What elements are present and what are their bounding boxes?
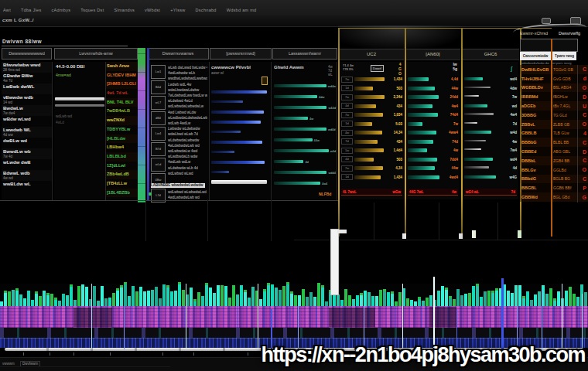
color-list-item[interactable]: wwZNXd — [106, 116, 138, 125]
waveform-spike — [344, 289, 347, 307]
tracker-line: 4wdLwbwdw wLb — [168, 70, 207, 76]
color-list-item[interactable]: [2HMB L2LGLI — [106, 80, 138, 89]
color-list-item[interactable]: GLYDEV IBHM — [106, 71, 138, 80]
green-status-dot — [149, 192, 152, 196]
minimize-icon[interactable] — [542, 18, 551, 24]
track-column-an60[interactable]: lw 5g 4,4d 44w 24dd 4w4 74d4 — [406, 62, 460, 199]
tracker-lines: wLwb dwLwwd bwLwdw 4wd4wdLwbwdw wLbwwdbw… — [168, 65, 207, 176]
waveform-spike — [93, 286, 96, 307]
list-item[interactable]: BdwwL wdb 4w wd — [2, 170, 52, 181]
bar-row: 7w 4,34 — [341, 164, 402, 173]
color-list-item[interactable]: BNL T4L BLV — [106, 98, 138, 107]
pattern-flag: D — [577, 94, 588, 100]
bar-row: 7w — [408, 120, 458, 129]
color-list-item[interactable]: 1Z[dLLwl — [106, 162, 138, 171]
list-item[interactable]: BwdwLw 7w dw4 — [2, 105, 52, 116]
list-item[interactable]: vBwwdw wdb 14 wd — [2, 94, 52, 105]
list-item[interactable]: LwBwb dwWL — [2, 83, 52, 94]
gold-bar — [354, 77, 385, 81]
list-item[interactable]: Lwwdwb WL 4d ww — [2, 127, 52, 138]
row-value: 7dd4 — [444, 158, 458, 162]
color-list-item[interactable]: ZBb4wLdB — [106, 170, 138, 179]
waveform-spike — [209, 288, 212, 307]
color-list-item[interactable]: [1BL4BZBb — [106, 189, 138, 198]
pattern-cell-a: BBBbG — [520, 140, 551, 145]
color-list-item[interactable]: [TB4zLLw — [106, 179, 138, 189]
playhead[interactable] — [330, 229, 339, 295]
row-value: w4d — [503, 131, 517, 134]
bar-row: w4d — [464, 128, 517, 138]
color-list-item[interactable]: [HLBLdw — [106, 134, 138, 144]
track-guide-line — [405, 28, 406, 237]
tracker-selected-row[interactable]: LABHNBBE wbwdwdwLwdwdw — [151, 183, 205, 188]
list-item-title: BdwwL wdb — [3, 170, 52, 176]
gold-bar — [354, 104, 376, 108]
meter-bar — [211, 141, 262, 144]
waveform-spike — [472, 286, 475, 307]
color-list-item[interactable]: LBHbw4 — [106, 143, 138, 152]
tracker-cell[interactable]: Lw4 — [151, 127, 166, 141]
tracker-line: wdwLbwdwwLdwbw — [168, 87, 207, 93]
level-slider[interactable] — [55, 97, 104, 100]
blue-meter-bars — [211, 87, 269, 187]
color-list-item[interactable]: 7wDB4wLB — [106, 107, 138, 116]
waveform-spike — [263, 291, 266, 307]
level-slider-2[interactable] — [55, 104, 104, 107]
ruler-tick — [162, 352, 163, 356]
track-header-an60[interactable]: [AN60] — [405, 49, 460, 60]
list-item[interactable]: BwwdLw wb 7w 4d — [2, 148, 52, 159]
meter-row — [211, 127, 269, 137]
properties-panel — [54, 62, 106, 201]
row-value: 434 — [388, 140, 402, 144]
ruler-tick — [193, 352, 194, 356]
waveform-spike — [162, 284, 166, 307]
list-item[interactable]: wwBLdw wL — [2, 181, 52, 192]
list-item[interactable]: Bfwvwlwbw wwd 28 4ms wd — [2, 62, 52, 73]
list-item[interactable]: dwBLw wd — [2, 138, 52, 148]
tracker-cell[interactable]: wLd — [151, 158, 166, 172]
waveform-spike — [476, 286, 479, 307]
gold-chip-icon[interactable] — [262, 77, 268, 85]
teal-bar — [408, 148, 427, 152]
track-column-uc2[interactable]: 71.4 4w778 3% Dwwrl 4 G O 7w 1,434 1d 50… — [340, 62, 404, 199]
tracker-line: wLdwbwdwLwbwdw — [168, 138, 207, 143]
status-label: vwwwm — [2, 362, 15, 366]
menu-bar: AwtTdba JlescAdmbysTsques DstSlmandvsvWb… — [0, 0, 588, 16]
color-list-item[interactable]: TDBYYBLw — [106, 125, 138, 134]
waveform-spike — [244, 292, 247, 307]
list-item[interactable]: GBwdw BWw 4w 7d — [2, 73, 52, 83]
tab-secondary[interactable]: Tpwrv rwvg — [552, 52, 576, 60]
waveform-spike — [170, 291, 173, 307]
row-value: 4dw — [503, 87, 517, 90]
tracker-cell[interactable]: dB4 — [151, 111, 166, 125]
tracker-cell[interactable]: Lw1 — [151, 65, 166, 79]
color-list-item[interactable]: Swsh Anve — [106, 62, 138, 71]
bar-row: 4,4d — [408, 75, 458, 84]
row-label: 7w — [341, 165, 353, 172]
waveform-spike — [46, 295, 50, 307]
color-list-item[interactable]: LBLBLbd — [106, 152, 138, 162]
list-item[interactable]: wBdw wLwd — [2, 116, 52, 127]
teal-bar — [408, 95, 439, 99]
hex-panel-title-2: Dwsvrvwffg — [559, 31, 580, 36]
meter-value: w44d — [328, 106, 336, 110]
color-list-item[interactable]: 4wL 7d wL — [106, 89, 138, 98]
waveform-spike — [232, 285, 235, 307]
tracker-cell[interactable]: B7d — [151, 142, 166, 156]
pattern-flag: C — [577, 66, 588, 72]
track-column-ghc6[interactable]: ʃ wd4 4dw 7w wd 4w4 — [463, 62, 518, 199]
row-label: 7d — [341, 138, 353, 145]
teal-bar — [408, 166, 435, 170]
tab-selected[interactable]: Cwsssrsmiedw — [520, 52, 551, 60]
row-value: 4w4 — [503, 113, 517, 117]
tracker-cell[interactable]: wL7 — [151, 96, 166, 110]
track-tag[interactable]: Dwwrl — [371, 65, 384, 72]
meter-row: w44d — [274, 102, 336, 113]
waveform-display[interactable] — [0, 284, 588, 349]
track-header-ghc6[interactable]: GHC6 — [462, 49, 519, 60]
waveform-spike — [201, 296, 204, 307]
tracker-cell[interactable]: B4d — [151, 80, 166, 94]
pattern-cell-a: lBBBMd — [520, 94, 551, 99]
list-item[interactable]: wLwdw dwB — [2, 159, 52, 170]
track-header-uc2[interactable]: UC2 — [339, 49, 404, 60]
